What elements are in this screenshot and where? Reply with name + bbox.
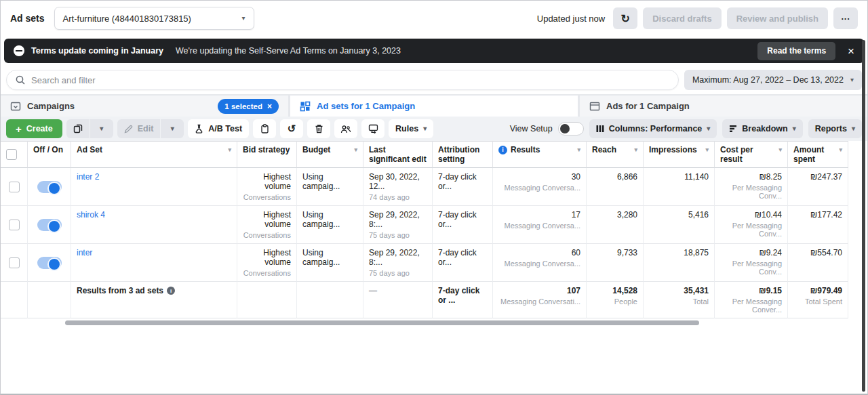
tab-ad-sets-label: Ad sets for 1 Campaign [317, 101, 415, 111]
col-budget[interactable]: Budget ▾ [297, 141, 363, 168]
clear-selection-icon[interactable]: × [267, 102, 272, 111]
chevron-down-icon: ▾ [423, 125, 427, 132]
columns-button[interactable]: Columns: Performance ▾ [589, 119, 717, 138]
terms-banner: Terms update coming in January We're upd… [4, 39, 864, 63]
ad-set-toggle[interactable] [37, 219, 62, 231]
ad-set-toggle[interactable] [37, 181, 62, 193]
col-results[interactable]: i Results ▾ [493, 141, 587, 168]
sort-icon[interactable]: ▾ [577, 146, 580, 153]
row-checkbox[interactable] [9, 257, 20, 268]
duplicate-split-button: ▾ [66, 119, 113, 138]
edit-dropdown-button[interactable]: ▾ [161, 119, 184, 138]
search-icon [16, 75, 25, 85]
last-edit-sub: 75 days ago [369, 231, 427, 239]
selected-count-text: 1 selected [224, 102, 262, 110]
budget-value: Using campaig... [302, 210, 357, 229]
ads-manager-window: Ad sets Art-furniture (484401830173815) … [0, 0, 868, 395]
horizontal-scrollbar[interactable] [65, 320, 699, 325]
level-tabs: Campaigns 1 selected × Ad sets for 1 Cam… [1, 94, 867, 117]
bid-strategy-sub: Conversations [243, 269, 291, 277]
ad-set-link[interactable]: inter 2 [77, 172, 231, 182]
ad-set-link[interactable]: inter [77, 248, 231, 257]
ad-set-link[interactable]: shirok 4 [77, 210, 231, 220]
banner-close-icon[interactable]: × [848, 45, 854, 57]
bid-strategy-value: Highest volume [243, 172, 291, 191]
page-title: Ad sets [10, 13, 45, 24]
table-row: inter 2 Highest volume Conversations Usi… [1, 168, 848, 206]
audience-button[interactable] [334, 119, 357, 138]
edit-split-button: Edit ▾ [117, 119, 184, 138]
banner-title: Terms update coming in January [31, 46, 163, 56]
col-ad-set-label: Ad Set [77, 145, 102, 154]
row-checkbox[interactable] [9, 220, 20, 230]
sort-icon[interactable]: ▾ [634, 146, 637, 153]
read-terms-button[interactable]: Read the terms [757, 42, 835, 60]
cost-sub: Per Messaging Conv... [720, 259, 782, 276]
tab-ad-sets[interactable]: Ad sets for 1 Campaign [290, 96, 578, 117]
edit-button[interactable]: Edit [117, 119, 161, 138]
ab-test-button[interactable]: A/B Test [188, 119, 249, 138]
breakdown-button[interactable]: Breakdown ▾ [722, 119, 802, 138]
selected-count-badge[interactable]: 1 selected × [218, 99, 279, 114]
folder-icon [10, 101, 21, 112]
col-last-edit: Last significant edit [369, 145, 427, 164]
view-setup-label: View Setup [510, 124, 553, 133]
discard-drafts-button[interactable]: Discard drafts [643, 7, 721, 29]
duplicate-dropdown-button[interactable]: ▾ [90, 119, 113, 138]
columns-label: Columns: Performance [609, 124, 703, 133]
results-value: 17 [572, 210, 580, 220]
sort-icon[interactable]: ▾ [354, 146, 357, 153]
col-amount-spent[interactable]: Amount spent ▾ [788, 141, 848, 168]
sort-icon[interactable]: ▾ [839, 146, 842, 153]
ad-set-toggle[interactable] [37, 257, 62, 269]
summary-cost-sub: Per Messaging Conver... [720, 297, 782, 314]
review-publish-button[interactable]: Review and publish [727, 7, 828, 29]
bid-strategy-sub: Conversations [243, 231, 291, 239]
refresh-button[interactable]: ↻ [613, 7, 637, 29]
tab-ads[interactable]: Ads for 1 Campaign [580, 96, 867, 117]
col-off-on: Off / On [33, 145, 63, 154]
columns-icon [596, 125, 604, 133]
vertical-scrollbar[interactable] [862, 40, 865, 392]
view-setup-toggle[interactable] [558, 122, 584, 136]
flask-icon [195, 124, 203, 133]
tab-campaigns[interactable]: Campaigns 1 selected × [1, 96, 288, 117]
sort-icon[interactable]: ▾ [228, 146, 231, 153]
more-options-button[interactable]: ··· [833, 7, 858, 29]
clipboard-button[interactable] [253, 119, 276, 138]
col-impressions-label: Impressions [649, 145, 697, 154]
summary-results-sub: Messaging Conversati... [500, 297, 580, 306]
campaign-selector[interactable]: Art-furniture (484401830173815) ▾ [54, 7, 254, 30]
reports-label: Reports [815, 124, 847, 133]
last-edit-sub: 75 days ago [369, 269, 427, 277]
col-ad-set[interactable]: Ad Set ▾ [71, 141, 237, 168]
spent-value: ₪554.70 [810, 248, 842, 257]
search-input[interactable] [31, 75, 669, 85]
cost-value: ₪9.24 [759, 248, 782, 257]
search-box[interactable] [6, 70, 679, 90]
col-impressions[interactable]: Impressions ▾ [644, 141, 715, 168]
plus-icon: + [16, 123, 22, 135]
last-edit-value: Sep 29, 2022, 8:... [369, 210, 427, 229]
undo-button[interactable]: ↺ [280, 119, 303, 138]
chevron-down-icon: ▾ [852, 125, 855, 132]
sort-icon[interactable]: ▾ [705, 146, 709, 153]
delete-button[interactable] [307, 119, 330, 138]
summary-last-edit: — [369, 286, 427, 295]
duplicate-button[interactable] [66, 119, 90, 138]
sort-icon[interactable]: ▾ [778, 146, 782, 153]
reports-button[interactable]: Reports ▾ [808, 119, 862, 138]
rules-button[interactable]: Rules ▾ [389, 119, 433, 138]
date-range-selector[interactable]: Maximum: Aug 27, 2022 – Dec 13, 2022 ▾ [684, 70, 862, 90]
export-button[interactable] [361, 119, 384, 138]
col-reach[interactable]: Reach ▾ [587, 141, 644, 168]
col-cost-per-result[interactable]: Cost per result ▾ [715, 141, 788, 168]
create-button[interactable]: + Create [6, 119, 62, 138]
table-row: inter Highest volume Conversations Using… [1, 244, 848, 282]
last-edit-value: Sep 30, 2022, 12... [369, 172, 427, 191]
cost-value: ₪8.25 [759, 172, 782, 182]
row-checkbox[interactable] [9, 182, 20, 192]
select-all-checkbox[interactable] [6, 149, 17, 160]
budget-value: Using campaig... [302, 248, 357, 267]
table-body: inter 2 Highest volume Conversations Usi… [1, 168, 867, 282]
